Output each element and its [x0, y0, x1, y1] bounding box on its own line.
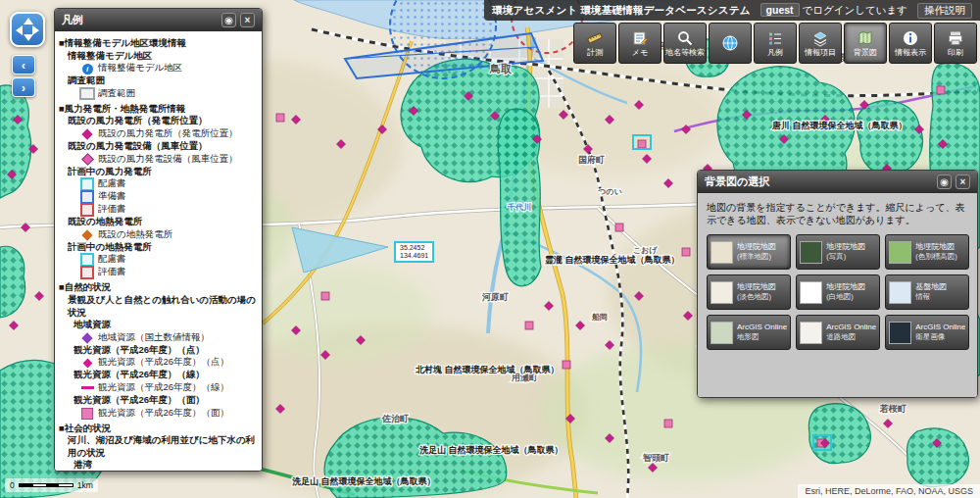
- legend-icon: [766, 29, 784, 47]
- legend-close-icon[interactable]: ×: [240, 13, 255, 27]
- basemap-description: 地図の背景を指定することができます。縮尺によって、表示できる地図、表示できない地…: [707, 201, 968, 226]
- basemap-panel-header[interactable]: 背景図の選択 ◉ ×: [698, 171, 977, 193]
- legend-row: 河川、湖沼及び海域の利用並びに地下水の利用の状況: [59, 434, 258, 459]
- legend-row-label: 地域資源（国土数値情報）: [98, 331, 210, 344]
- tourism-area-marker[interactable]: [525, 322, 533, 329]
- legend-row: ■社会的状況: [59, 423, 258, 435]
- tourism-area-marker[interactable]: [615, 224, 623, 231]
- legend-row: 地域資源: [59, 319, 258, 331]
- legend-row: 計画中の風力発電所: [59, 166, 258, 178]
- basemap-grid: 地理院地図(標準地図) 地理院地図(写真) 地理院地図(色別標高図) 地理院地図…: [707, 234, 968, 350]
- tourism-area-marker[interactable]: [563, 361, 570, 369]
- basemap-thumbnail: [710, 322, 733, 344]
- place-search-button[interactable]: 地名等検索: [663, 23, 707, 64]
- globe-button[interactable]: [709, 23, 752, 64]
- pan-up-arrow[interactable]: [24, 18, 33, 25]
- basemap-thumbnail: [889, 281, 911, 304]
- basemap-panel-body: 地図の背景を指定することができます。縮尺によって、表示できる地図、表示できない地…: [698, 193, 977, 397]
- help-link[interactable]: 操作説明: [917, 3, 972, 19]
- legend-row: 観光資源（平成26年度）（線）: [59, 369, 258, 381]
- pan-down-arrow[interactable]: [24, 34, 33, 41]
- tourism-area-marker[interactable]: [321, 292, 329, 300]
- legend-symbol-icon: [79, 63, 95, 75]
- print-button[interactable]: 印刷: [934, 23, 977, 64]
- tourism-area-marker[interactable]: [682, 248, 690, 256]
- login-status: guest でログインしています: [760, 4, 907, 18]
- map-label: 鳥取: [489, 63, 513, 75]
- top-bar: 環境アセスメント 環境基礎情報データベースシステム guest でログインしてい…: [484, 0, 980, 21]
- legend-row-label: 調査範囲: [98, 87, 135, 100]
- legend-row-label: ■風力発電所・地熱発電所情報: [59, 103, 185, 116]
- legend-row-label: 情報整備モデル地区: [98, 62, 182, 75]
- legend-symbol-icon: [79, 357, 95, 369]
- basemap-panel-title: 背景図の選択: [705, 174, 769, 189]
- basemap-panel: 背景図の選択 ◉ × 地図の背景を指定することができます。縮尺によって、表示でき…: [697, 170, 978, 398]
- basemap-close-icon[interactable]: ×: [956, 174, 970, 189]
- legend-row: 既設の風力発電設備（風車位置）: [59, 153, 258, 166]
- legend-row: 観光資源（平成26年度）（線）: [59, 381, 258, 394]
- extent-history-controls: ‹ ›: [12, 55, 35, 97]
- print-icon: [947, 29, 964, 47]
- legend-row: ■情報整備モデル地区環境情報: [59, 37, 258, 50]
- map-label: 洗足山 自然環境保全地域（鳥取県）: [419, 445, 564, 455]
- legend-row-label: 地域資源: [74, 319, 111, 331]
- basemap-gsi-pale-button[interactable]: 地理院地図(淡色地図): [707, 274, 791, 310]
- legend-symbol-icon: [79, 267, 95, 278]
- legend-symbol-icon: [79, 332, 95, 344]
- legend-row: 情報整備モデル地区: [59, 62, 258, 75]
- legend-body[interactable]: ■情報整備モデル地区環境情報 情報整備モデル地区 情報整備モデル地区 調査範囲 …: [55, 31, 262, 471]
- basemap-arcgis-satellite-button[interactable]: ArcGIS Online衛星画像: [885, 315, 969, 350]
- legend-row-label: 調査範囲: [68, 75, 105, 87]
- basemap-gsi-elevation-button[interactable]: 地理院地図(色別標高図): [885, 234, 969, 270]
- legend-options-icon[interactable]: ◉: [221, 13, 236, 27]
- basemap-gsi-photo-button[interactable]: 地理院地図(写真): [796, 234, 880, 270]
- basemap-thumbnail: [889, 322, 911, 344]
- basemap-button[interactable]: 背景図: [844, 23, 887, 64]
- tourism-area-marker[interactable]: [638, 140, 646, 148]
- scale-distance-label: 1km: [77, 480, 93, 490]
- layers-icon: [811, 29, 829, 47]
- basemap-thumbnail: [800, 322, 822, 344]
- legend-symbol-icon: [79, 229, 95, 241]
- legend-row-label: 既設の地熱発電所: [98, 228, 172, 241]
- legend-row: 観光資源（平成26年度）（点）: [59, 344, 258, 357]
- login-user[interactable]: guest: [760, 3, 800, 17]
- memo-button[interactable]: メモ: [618, 23, 662, 64]
- map-label: 智頭町: [642, 453, 669, 463]
- tourism-area-marker[interactable]: [276, 114, 284, 122]
- legend-symbol-icon: [79, 408, 95, 420]
- next-extent-button[interactable]: ›: [12, 77, 35, 97]
- legend-panel-header[interactable]: 凡例 ◉ ×: [55, 9, 262, 31]
- legend-symbol-icon: [79, 128, 95, 140]
- basemap-options-icon[interactable]: ◉: [937, 174, 952, 189]
- info-items-button[interactable]: 情報項目: [799, 23, 842, 64]
- map-label: 洗足山 自然環境保全地域（鳥取県）: [292, 476, 436, 486]
- info-icon: [902, 29, 919, 47]
- legend-row-label: 観光資源（平成26年度）（点）: [74, 344, 205, 357]
- legend-button[interactable]: 凡例: [754, 23, 797, 64]
- basemap-kiban-button[interactable]: 基盤地図情報: [885, 274, 969, 310]
- map-label: 船岡: [591, 313, 608, 322]
- legend-row: 配慮書: [59, 253, 258, 266]
- legend-row: 既設の地熱発電所: [59, 216, 258, 228]
- tourism-area-marker[interactable]: [664, 420, 672, 427]
- pan-right-arrow[interactable]: [32, 25, 39, 35]
- measure-tooltip: 35.2452 134.4691: [394, 241, 434, 263]
- pan-left-arrow[interactable]: [16, 25, 23, 35]
- map-label: 河原町: [481, 292, 509, 302]
- legend-row-label: 計画中の地熱発電所: [68, 241, 152, 254]
- basemap-arcgis-road-button[interactable]: ArcGIS Online道路地図: [796, 315, 880, 350]
- tourism-area-marker[interactable]: [937, 86, 945, 94]
- legend-row: 調査範囲: [59, 75, 258, 87]
- info-display-button[interactable]: 情報表示: [889, 23, 932, 64]
- basemap-gsi-blank-button[interactable]: 地理院地図(白地図): [796, 274, 880, 310]
- previous-extent-button[interactable]: ‹: [12, 55, 35, 75]
- legend-row: 情報整備モデル地区: [59, 50, 258, 63]
- map-pan-pad[interactable]: [10, 12, 45, 47]
- basemap-arcgis-terrain-button[interactable]: ArcGIS Online地形図: [707, 315, 791, 350]
- legend-row-label: 既設の風力発電所（発電所位置）: [98, 127, 238, 140]
- legend-row: 配慮書: [59, 177, 258, 190]
- legend-row-label: 計画中の風力発電所: [68, 166, 152, 178]
- measure-button[interactable]: 計測: [573, 23, 616, 64]
- basemap-gsi-standard-button[interactable]: 地理院地図(標準地図): [707, 234, 791, 270]
